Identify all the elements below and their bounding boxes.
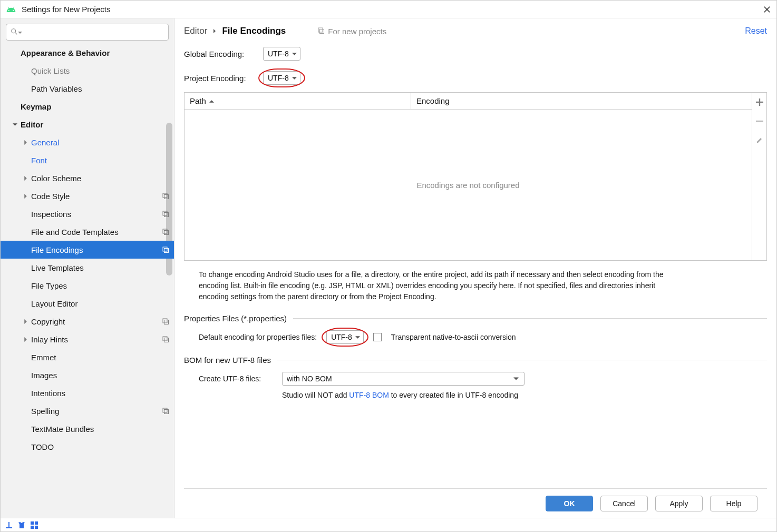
body: Appearance & BehaviorQuick ListsPath Var… [1,18,776,518]
cancel-button[interactable]: Cancel [600,496,648,511]
svg-rect-18 [756,121,763,122]
settings-tree[interactable]: Appearance & BehaviorQuick ListsPath Var… [1,44,174,518]
svg-point-0 [12,28,16,33]
svg-rect-9 [164,249,169,253]
apply-button[interactable]: Apply [655,496,703,511]
bom-help-text: Studio will NOT add UTF-8 BOM to every c… [282,391,767,399]
tree-item-editor[interactable]: Editor [1,115,174,133]
copy-icon [317,27,328,36]
tree-item-label: File Encodings [31,245,161,254]
tree-item-path-variables[interactable]: Path Variables [1,80,174,97]
tshirt-icon[interactable] [17,521,26,529]
native-to-ascii-label: Transparent native-to-ascii conversion [391,333,516,341]
status-bar [1,518,776,531]
tree-item-label: Keymap [21,102,170,111]
help-button[interactable]: Help [710,496,757,511]
tree-item-font[interactable]: Font [1,151,174,169]
search-dropdown-icon[interactable] [18,28,22,36]
svg-rect-22 [35,521,38,525]
svg-rect-15 [164,410,169,414]
table-toolbar [752,93,766,260]
tree-item-appearance-behavior[interactable]: Appearance & Behavior [1,44,174,62]
divider [293,318,767,319]
main-panel: Editor File Encodings For new projects R… [174,18,776,518]
ok-button[interactable]: OK [546,496,593,511]
utf8-bom-link[interactable]: UTF-8 BOM [349,391,388,399]
chevron-down-icon [513,375,519,383]
svg-rect-20 [8,522,9,527]
tree-item-label: Intentions [31,389,170,398]
search-input[interactable] [24,27,164,37]
svg-rect-10 [163,319,167,323]
properties-section-title: Properties Files (*.properties) [184,314,287,323]
tree-item-label: General [31,138,170,147]
sort-asc-icon [209,96,214,105]
tree-item-intentions[interactable]: Intentions [1,384,174,402]
tree-item-spelling[interactable]: Spelling [1,402,174,420]
tree-item-color-scheme[interactable]: Color Scheme [1,169,174,187]
chevron-right-icon [22,336,29,343]
svg-rect-2 [163,193,167,198]
tree-item-quick-lists[interactable]: Quick Lists [1,62,174,80]
grid-icon[interactable] [30,521,38,529]
tree-item-general[interactable]: General [1,133,174,151]
tree-item-file-encodings[interactable]: File Encodings [1,241,174,259]
properties-encoding-combo[interactable]: UTF-8 [326,330,364,344]
col-path[interactable]: Path [184,93,411,109]
tree-item-label: TODO [31,442,170,451]
tree-item-file-and-code-templates[interactable]: File and Code Templates [1,223,174,241]
tree-item-label: Spelling [31,407,161,416]
tree-item-textmate-bundles[interactable]: TextMate Bundles [1,420,174,438]
settings-search[interactable] [6,24,169,41]
remove-row-button[interactable] [752,112,767,131]
close-button[interactable] [763,5,771,14]
tree-item-todo[interactable]: TODO [1,438,174,456]
create-utf8-combo[interactable]: with NO BOM [282,372,525,386]
bom-section-title: BOM for new UTF-8 files [184,356,271,364]
tree-item-label: Inlay Hints [31,335,161,344]
tree-item-file-types[interactable]: File Types [1,277,174,294]
tree-item-label: Path Variables [31,84,170,93]
tree-item-label: Live Templates [31,263,170,272]
tree-item-label: Code Style [31,192,161,201]
tree-item-images[interactable]: Images [1,366,174,384]
tree-item-layout-editor[interactable]: Layout Editor [1,294,174,312]
tree-item-keymap[interactable]: Keymap [1,97,174,115]
global-encoding-label: Global Encoding: [184,50,263,58]
button-bar: OK Cancel Apply Help [184,488,767,518]
tree-item-inspections[interactable]: Inspections [1,205,174,223]
project-scope-icon [161,335,170,343]
android-icon [6,4,16,15]
chevron-right-icon [22,174,29,182]
tree-item-label: Appearance & Behavior [21,48,170,57]
chevron-down-icon [292,74,297,82]
breadcrumb-editor[interactable]: Editor [184,26,207,36]
global-encoding-combo[interactable]: UTF-8 [263,47,300,61]
tree-item-label: TextMate Bundles [31,425,170,434]
tree-item-emmet[interactable]: Emmet [1,348,174,366]
sidebar: Appearance & BehaviorQuick ListsPath Var… [1,18,174,518]
status-icon-1[interactable] [5,521,13,529]
tree-item-label: Layout Editor [31,299,170,308]
project-scope-icon [161,245,170,254]
tree-item-live-templates[interactable]: Live Templates [1,259,174,277]
reset-link[interactable]: Reset [745,26,767,36]
native-to-ascii-checkbox[interactable] [373,333,382,341]
project-encoding-combo[interactable]: UTF-8 [263,71,300,85]
svg-rect-7 [164,231,169,235]
tree-item-code-style[interactable]: Code Style [1,187,174,205]
tree-item-inlay-hints[interactable]: Inlay Hints [1,330,174,348]
table-empty-message: Encodings are not configured [184,110,752,260]
tree-item-label: Inspections [31,210,161,219]
tree-item-label: Color Scheme [31,174,170,183]
project-scope-icon [161,228,170,236]
svg-rect-12 [163,337,167,341]
chevron-down-icon [11,121,18,128]
settings-window: Settings for New Projects A [0,0,777,532]
tree-item-copyright[interactable]: Copyright [1,312,174,330]
edit-row-button[interactable] [752,131,767,150]
svg-rect-16 [318,28,323,32]
col-encoding[interactable]: Encoding [411,93,752,109]
add-row-button[interactable] [752,93,767,112]
for-new-projects-hint: For new projects [317,27,386,36]
